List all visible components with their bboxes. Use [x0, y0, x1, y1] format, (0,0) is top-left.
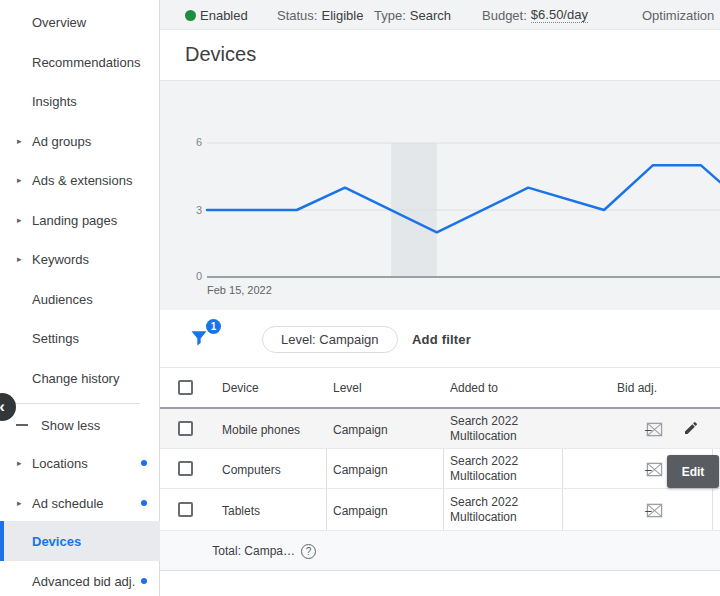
added-to-cell: Search 2022 Multilocation	[450, 414, 556, 444]
table-row-mobile-phones[interactable]: Mobile phones Campaign Search 2022 Multi…	[160, 409, 720, 449]
enabled-label: Enabled	[200, 8, 248, 23]
sidebar-item-label: Recommendations	[32, 55, 140, 70]
sidebar-item-audiences[interactable]: Audiences	[0, 279, 160, 319]
sidebar-item-label: Ad groups	[32, 134, 91, 149]
help-icon[interactable]: ?	[301, 544, 316, 559]
sidebar-item-advanced-bid-adj[interactable]: Advanced bid adj.	[0, 561, 160, 596]
status-field: Status:Eligible	[277, 0, 363, 30]
sidebar-section-divider	[14, 403, 140, 404]
table-row-tablets[interactable]: Tablets Campaign Search 2022 Multilocati…	[160, 489, 720, 531]
sidebar-item-label: Landing pages	[32, 213, 117, 228]
chevron-right-icon: ▸	[17, 458, 22, 468]
sidebar-item-show-less[interactable]: Show less	[0, 405, 160, 445]
enabled-status[interactable]: Enabled	[200, 0, 248, 30]
total-label: Total: Campa…	[212, 544, 295, 558]
budget-label: Budget:	[482, 8, 527, 23]
notification-dot	[141, 500, 147, 506]
sidebar-item-label: Audiences	[32, 292, 93, 307]
edit-tooltip: Edit	[667, 455, 719, 488]
sidebar-item-settings[interactable]: Settings	[0, 318, 160, 358]
devices-table: Device Level Added to Bid adj. Mobile ph…	[160, 368, 720, 571]
chevron-right-icon: ▸	[17, 136, 22, 146]
chevron-right-icon: ▸	[17, 215, 22, 225]
sidebar-item-label: Advanced bid adj.	[32, 574, 135, 589]
status-label: Status:	[277, 8, 317, 23]
device-cell: Mobile phones	[222, 423, 300, 437]
type-field: Type:Search	[374, 0, 451, 30]
y-tick-6: 6	[172, 136, 202, 148]
table-total-row: Total: Campa… ?	[160, 531, 720, 571]
page-header: Devices	[160, 30, 720, 81]
table-header-row: Device Level Added to Bid adj.	[160, 368, 720, 409]
chevron-right-icon: ▸	[17, 175, 22, 185]
row-checkbox[interactable]	[178, 502, 193, 517]
sidebar-item-label: Ad schedule	[32, 496, 104, 511]
y-tick-3: 3	[172, 204, 202, 216]
sidebar-item-overview[interactable]: Overview	[0, 2, 160, 42]
google-ads-devices-page: Overview Recommendations Insights ▸Ad gr…	[0, 0, 720, 596]
sidebar-item-landing-pages[interactable]: ▸Landing pages	[0, 200, 160, 240]
sidebar-item-recommendations[interactable]: Recommendations	[0, 42, 160, 82]
sidebar-item-label: Locations	[32, 456, 88, 471]
budget-field[interactable]: Budget:$6.50/day	[482, 0, 588, 30]
bid-adj-value: –	[645, 423, 652, 437]
sidebar-item-label: Keywords	[32, 252, 89, 267]
line-chart-canvas	[160, 81, 720, 310]
performance-chart: 6 3 0 Feb 15, 2022	[160, 81, 720, 310]
column-header-level[interactable]: Level	[333, 368, 362, 407]
filter-bar: 1 Level: Campaign Add filter	[160, 310, 720, 368]
sidebar-item-label: Show less	[41, 418, 100, 433]
row-checkbox[interactable]	[178, 461, 193, 476]
type-label: Type:	[374, 8, 406, 23]
add-filter-button[interactable]: Add filter	[412, 326, 471, 353]
optimization-label: Optimization	[642, 8, 714, 23]
chevron-left-icon: ‹	[0, 397, 5, 417]
sidebar-item-devices[interactable]: Devices	[0, 521, 160, 561]
sidebar-item-label: Change history	[32, 371, 119, 386]
budget-value: $6.50/day	[531, 7, 588, 23]
filter-funnel-icon[interactable]	[189, 327, 209, 353]
add-filter-label: Add filter	[412, 332, 471, 347]
chevron-right-icon: ▸	[17, 498, 22, 508]
bid-adj-value: –	[645, 504, 652, 518]
notification-dot	[141, 578, 147, 584]
level-cell: Campaign	[333, 423, 388, 437]
page-title: Devices	[185, 43, 256, 66]
type-value: Search	[410, 8, 451, 23]
sidebar-item-label: Settings	[32, 331, 79, 346]
device-cell: Tablets	[222, 504, 260, 518]
table-row-computers[interactable]: Computers Campaign Search 2022 Multiloca…	[160, 449, 720, 489]
notification-dot	[141, 460, 147, 466]
campaign-status-bar: Enabled Status:Eligible Type:Search Budg…	[160, 0, 720, 30]
column-header-bid-adj[interactable]: Bid adj.	[562, 368, 712, 407]
added-to-cell: Search 2022 Multilocation	[450, 454, 556, 484]
select-all-checkbox[interactable]	[178, 380, 193, 395]
sidebar-item-insights[interactable]: Insights	[0, 81, 160, 121]
column-header-added-to[interactable]: Added to	[450, 368, 498, 407]
device-cell: Computers	[222, 463, 281, 477]
sidebar-item-ad-schedule[interactable]: ▸ Ad schedule	[0, 483, 160, 523]
column-header-device[interactable]: Device	[222, 368, 259, 407]
filter-chip-label: Level: Campaign	[281, 332, 379, 347]
sidebar-item-keywords[interactable]: ▸Keywords	[0, 239, 160, 279]
chevron-right-icon: ▸	[17, 254, 22, 264]
minus-icon	[16, 424, 28, 426]
optimization-field: Optimization	[642, 0, 714, 30]
level-cell: Campaign	[333, 463, 388, 477]
x-axis-start-label: Feb 15, 2022	[207, 284, 272, 296]
bid-adj-value: –	[645, 463, 652, 477]
sidebar-item-locations[interactable]: ▸ Locations	[0, 443, 160, 483]
sidebar-item-ad-groups[interactable]: ▸Ad groups	[0, 121, 160, 161]
sidebar-item-label: Devices	[32, 534, 81, 549]
sidebar-item-label: Ads & extensions	[32, 173, 132, 188]
sidebar-item-label: Insights	[32, 94, 77, 109]
added-to-cell: Search 2022 Multilocation	[450, 495, 556, 525]
sidebar-item-label: Overview	[32, 15, 86, 30]
row-checkbox[interactable]	[178, 421, 193, 436]
sidebar-item-ads-extensions[interactable]: ▸Ads & extensions	[0, 160, 160, 200]
sidebar-item-change-history[interactable]: Change history	[0, 358, 160, 398]
status-value: Eligible	[321, 8, 363, 23]
filter-count-badge: 1	[206, 319, 221, 334]
edit-pencil-icon[interactable]	[683, 420, 699, 440]
level-campaign-filter-chip[interactable]: Level: Campaign	[262, 326, 398, 353]
